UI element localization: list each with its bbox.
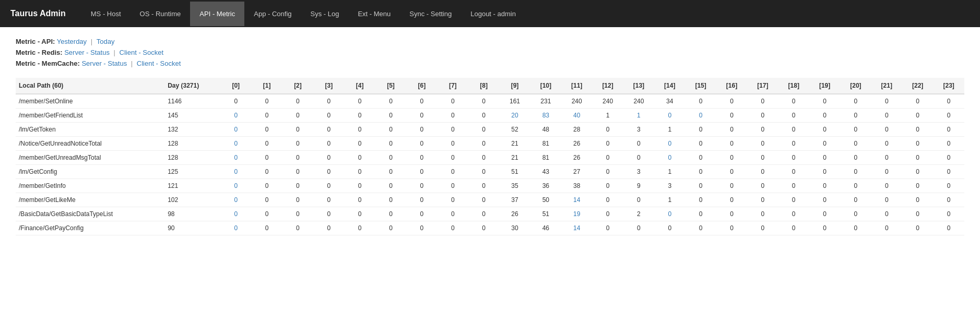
cell-val: 0 xyxy=(375,193,406,207)
cell-val: 0 xyxy=(406,94,437,109)
th-col-18: [18] xyxy=(778,78,809,94)
cell-val: 0 xyxy=(220,221,251,235)
cell-val: 0 xyxy=(375,151,406,165)
cell-val: 0 xyxy=(592,165,623,179)
th-col-15: [15] xyxy=(685,78,716,94)
metric-redis-server[interactable]: Server - Status xyxy=(64,49,110,56)
nav-item-os---runtime[interactable]: OS - Runtime xyxy=(131,2,191,26)
cell-val: 0 xyxy=(438,151,468,165)
cell-val: 0 xyxy=(313,137,344,151)
cell-val: 0 xyxy=(313,165,344,179)
cell-val: 0 xyxy=(809,123,840,137)
cell-val: 0 xyxy=(716,207,747,221)
cell-val: 52 xyxy=(499,123,530,137)
nav-item-logout---admin[interactable]: Logout - admin xyxy=(461,2,525,26)
cell-val: 1 xyxy=(623,109,654,123)
cell-val: 0 xyxy=(313,94,344,109)
cell-val: 0 xyxy=(375,137,406,151)
cell-val: 0 xyxy=(933,94,964,109)
cell-val: 0 xyxy=(438,137,468,151)
cell-val: 0 xyxy=(345,179,375,193)
cell-val: 0 xyxy=(592,179,623,193)
cell-val: 0 xyxy=(313,109,344,123)
nav-item-ext---menu[interactable]: Ext - Menu xyxy=(348,2,400,26)
cell-val: 0 xyxy=(345,151,375,165)
cell-val: 81 xyxy=(530,151,561,165)
th-col-3: [3] xyxy=(313,78,344,94)
sep1: | xyxy=(91,38,95,45)
cell-val: 1 xyxy=(654,193,685,207)
cell-val: 0 xyxy=(747,94,778,109)
cell-val: 0 xyxy=(716,221,747,235)
cell-val: 0 xyxy=(840,193,871,207)
cell-val: 0 xyxy=(406,221,437,235)
cell-val: 0 xyxy=(902,221,933,235)
cell-val: 36 xyxy=(530,179,561,193)
metric-memcache-label: Metric - MemCache: xyxy=(16,60,80,67)
cell-val: 0 xyxy=(809,165,840,179)
cell-val: 0 xyxy=(871,179,902,193)
cell-val: 0 xyxy=(345,221,375,235)
cell-val: 81 xyxy=(530,137,561,151)
th-col-22: [22] xyxy=(902,78,933,94)
cell-val: 3 xyxy=(623,123,654,137)
cell-val: 0 xyxy=(345,165,375,179)
metric-api-today[interactable]: Today xyxy=(97,38,115,45)
cell-path: /member/GetInfo xyxy=(16,179,164,193)
cell-val: 0 xyxy=(747,109,778,123)
cell-val: 0 xyxy=(251,193,282,207)
cell-val: 21 xyxy=(499,151,530,165)
content: Metric - API: Yesterday | Today Metric -… xyxy=(0,27,980,246)
cell-val: 1 xyxy=(654,165,685,179)
cell-val: 0 xyxy=(747,151,778,165)
cell-val: 0 xyxy=(747,179,778,193)
cell-val: 0 xyxy=(592,207,623,221)
cell-val: 26 xyxy=(499,207,530,221)
cell-val: 0 xyxy=(871,109,902,123)
cell-val: 0 xyxy=(716,151,747,165)
nav-item-api---metric[interactable]: API - Metric xyxy=(190,2,244,26)
table-row: /member/GetFriendList1450000000002083401… xyxy=(16,109,964,123)
nav-item-app---config[interactable]: App - Config xyxy=(244,2,301,26)
cell-val: 240 xyxy=(561,94,592,109)
table-row: /member/GetLikeMe10200000000037501400100… xyxy=(16,193,964,207)
metric-memcache-client[interactable]: Client - Socket xyxy=(137,60,181,67)
cell-val: 0 xyxy=(406,179,437,193)
th-col-10: [10] xyxy=(530,78,561,94)
cell-val: 0 xyxy=(251,221,282,235)
metric-memcache-server[interactable]: Server - Status xyxy=(81,60,127,67)
cell-val: 0 xyxy=(871,193,902,207)
cell-val: 0 xyxy=(747,137,778,151)
cell-val: 0 xyxy=(375,179,406,193)
cell-val: 0 xyxy=(282,221,313,235)
table-row: /BasicData/GetBasicDataTypeList980000000… xyxy=(16,207,964,221)
cell-val: 0 xyxy=(313,151,344,165)
cell-val: 0 xyxy=(406,151,437,165)
cell-val: 0 xyxy=(345,109,375,123)
cell-val: 0 xyxy=(251,137,282,151)
metric-table: Local Path (60)Day (3271)[0][1][2][3][4]… xyxy=(16,78,964,235)
sep2: | xyxy=(114,49,117,56)
navbar: Taurus Admin MS - HostOS - RuntimeAPI - … xyxy=(0,0,980,27)
metric-api-yesterday[interactable]: Yesterday xyxy=(57,38,87,45)
nav-item-sys---log[interactable]: Sys - Log xyxy=(301,2,349,26)
cell-val: 0 xyxy=(438,109,468,123)
cell-val: 0 xyxy=(220,165,251,179)
cell-val: 0 xyxy=(375,165,406,179)
nav-item-ms---host[interactable]: MS - Host xyxy=(81,2,131,26)
metric-redis-client[interactable]: Client - Socket xyxy=(120,49,164,56)
cell-val: 20 xyxy=(499,109,530,123)
cell-val: 0 xyxy=(840,179,871,193)
nav-item-sync---setting[interactable]: Sync - Setting xyxy=(400,2,461,26)
metric-redis-label: Metric - Redis: xyxy=(16,49,63,56)
cell-val: 0 xyxy=(933,179,964,193)
cell-val: 0 xyxy=(313,193,344,207)
th-col-1: [1] xyxy=(251,78,282,94)
cell-val: 0 xyxy=(747,221,778,235)
table-row: /Finance/GetPayConfig9000000000030461400… xyxy=(16,221,964,235)
cell-val: 0 xyxy=(468,137,499,151)
cell-val: 0 xyxy=(654,207,685,221)
cell-val: 0 xyxy=(933,151,964,165)
cell-path: /lm/GetToken xyxy=(16,123,164,137)
cell-val: 0 xyxy=(902,109,933,123)
